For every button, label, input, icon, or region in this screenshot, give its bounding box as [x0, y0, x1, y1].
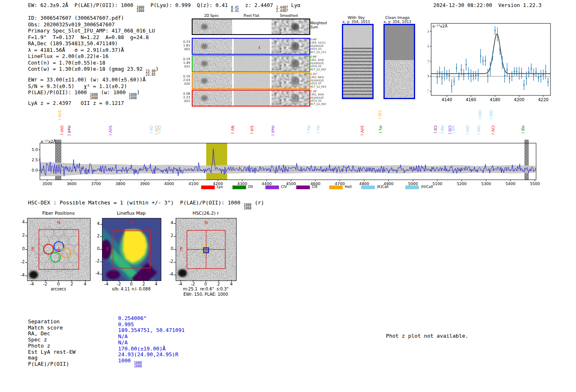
line-label-Hβ: Hβ (: [440, 125, 444, 134]
data-point: [470, 75, 471, 77]
y-tick-label: 4: [428, 44, 429, 49]
line-label-Hβ: Hβ (: [521, 125, 525, 134]
info-line: ID: 3006547607 (3006547607.pdf): [28, 15, 159, 21]
legend-swatch: [296, 186, 310, 189]
compass-north: N: [204, 220, 208, 225]
cutout-y-tick: 2: [16, 233, 25, 237]
fiber-row-left-label: 0.191.49021: [180, 57, 190, 68]
data-point: [446, 74, 448, 75]
spec2d-subimage: [193, 39, 232, 54]
spec2d-subimage: [193, 56, 232, 71]
data-point: [487, 75, 488, 77]
cutout-caption: arcsecs: [51, 287, 66, 291]
line-label-OII: OII (: [149, 125, 153, 134]
y-tick-label: 5.0: [32, 147, 38, 152]
legend-label: (H)CaII: [421, 185, 433, 189]
legend-label: HeII: [345, 185, 352, 189]
noise-texture: [234, 56, 270, 71]
cutout-x-tickmark: [180, 280, 181, 282]
stacked-fraction: 23.9923.85: [146, 70, 156, 77]
cutout-y-tickmark: [25, 276, 27, 276]
cutout-y-tickmark: [174, 262, 176, 262]
cutout-y-tick: 4: [91, 221, 100, 226]
legend-swatch: [405, 186, 419, 189]
clean-noise: [385, 60, 414, 98]
data-point: [540, 76, 541, 77]
legend-label: (K)CaII: [377, 185, 388, 189]
info-line: λ = 4181.56Å σ = 2.91(±0.37)Å: [28, 47, 159, 53]
data-point: [516, 71, 518, 72]
line-label-HeII: HeII (: [271, 125, 275, 136]
fiber-row-left-label: 0.231.81001: [180, 40, 190, 51]
cutout-title: HSC(26.2) r: [193, 211, 219, 216]
match-row-value: N/A: [118, 334, 128, 340]
x-tick-label: 3600: [67, 181, 77, 186]
y-tick-label: 2: [428, 59, 429, 64]
cutout-x-tickmark: [32, 280, 32, 282]
match-row-value: 0.254006": [118, 315, 146, 322]
data-point: [458, 76, 460, 77]
cutout-y-tickmark: [25, 262, 27, 263]
line-label-HeII: HeII (: [67, 125, 71, 136]
noise-texture: [193, 19, 232, 34]
noise-texture: [343, 48, 372, 98]
stacked-fraction: 10001000: [90, 93, 98, 100]
red-marker-4: 4: [258, 46, 260, 50]
cutout-x-tick: -2: [191, 282, 195, 286]
cutout-y-tick: 4: [165, 220, 173, 225]
report-timestamp-version: 2024-12-30 08:22:00 Version 1.22.3: [433, 2, 541, 8]
line-label-OVI: OVI (: [60, 125, 64, 135]
cutout-y-tickmark: [100, 237, 102, 237]
cutout-x-tick: 2: [70, 282, 73, 286]
2d-line-smudge: [201, 78, 208, 84]
line-label-CII: CII (: [433, 125, 437, 133]
data-point: [441, 77, 443, 79]
cutout-y-tick: -2: [91, 259, 100, 263]
cutout-y-tick: 2: [91, 234, 100, 238]
2d-line-smudge: [201, 95, 208, 101]
x-tick-label: 5500: [530, 181, 540, 186]
weighted-sum-text: Sum: [310, 25, 327, 29]
masked-region: [385, 25, 414, 60]
cutout-title: Fiber Positions: [42, 211, 75, 216]
line-label-SiII: SiII (: [250, 125, 254, 134]
y-tick-label: 6: [428, 29, 429, 34]
spec2d-subimage: [234, 90, 270, 106]
cutout-svg: [176, 218, 236, 281]
col-header-smoothed: Smoothed: [280, 14, 297, 18]
col-header-2d-spec: 2D Spec: [204, 14, 218, 18]
y-tick-label: 0.0: [32, 168, 38, 172]
stacked-fraction: 10001000: [244, 204, 251, 210]
compass-east: E: [180, 246, 183, 251]
cutout-x-tickmark: [156, 280, 156, 282]
cutout-y-tickmark: [100, 224, 102, 225]
cutout-y-tickmark: [174, 236, 176, 237]
spec2d-fiber-row: [192, 90, 310, 107]
legend-label: Lyα: [217, 185, 223, 189]
line-label-CIV: CIV (: [491, 125, 495, 135]
data-point: [490, 68, 491, 70]
2d-line-smudge: [201, 61, 208, 67]
clean-image-title: Clean Image: [385, 15, 410, 20]
data-point: [480, 56, 481, 57]
x-tick-label: 3500: [42, 181, 52, 186]
data-point: [533, 74, 534, 75]
spec2d-subimage: [234, 56, 270, 71]
spec2d-subimage: [234, 73, 270, 88]
cutout-svg: [102, 218, 161, 281]
stacked-fraction: 10001000: [136, 6, 144, 13]
line-label-OIII: OIII (: [489, 110, 493, 120]
cutout-x-tickmark: [193, 280, 193, 282]
data-point: [478, 74, 479, 76]
x-tick-label: 5200: [457, 181, 467, 186]
match-row-label: Photo z: [28, 343, 50, 349]
cutout-y-tickmark: [100, 274, 102, 274]
noise-texture: [272, 56, 309, 71]
fiber-row-right-label: 0.66"(354, 1011)20200325v019_03417_LU_11…: [310, 38, 331, 54]
data-point: [492, 56, 493, 57]
line-label-CIII: CIII (: [378, 110, 382, 119]
cutout-x-tick: 4: [84, 282, 86, 286]
smoothed-detection-blob: [291, 94, 299, 102]
fiber-row-right-label: 0.86"(352, 834)20200325v019_01417_LU_092: [310, 56, 331, 72]
cutout-y-tick: 2: [165, 233, 173, 238]
